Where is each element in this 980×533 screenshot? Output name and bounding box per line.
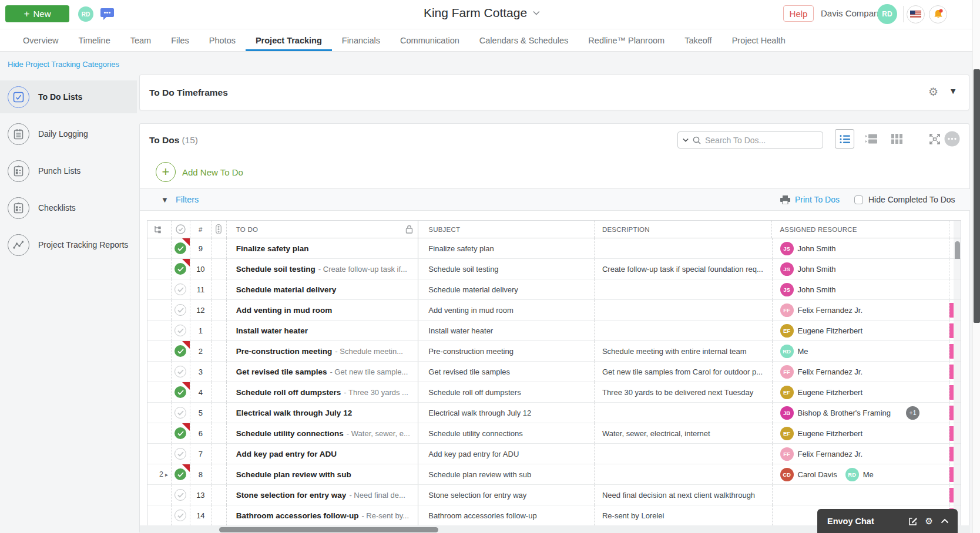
priority-column-header[interactable] <box>212 221 227 238</box>
tab-team[interactable]: Team <box>120 29 161 51</box>
notifications-bell-button[interactable] <box>929 5 947 23</box>
hierarchy-column-header[interactable] <box>147 221 172 238</box>
filters-toggle[interactable]: ▼ Filters <box>161 189 199 210</box>
subtask-expander-cell[interactable]: 2▸ <box>147 464 172 484</box>
table-scrollbar-track[interactable] <box>954 362 961 382</box>
add-new-todo-button[interactable]: + Add New To Do <box>156 162 243 182</box>
table-scrollbar-track[interactable] <box>954 300 961 320</box>
sidebar-item-punch-lists[interactable]: Punch Lists <box>0 154 137 187</box>
incomplete-check-icon[interactable] <box>174 304 186 316</box>
user-avatar[interactable]: RD <box>877 4 897 24</box>
hide-categories-link[interactable]: Hide Project Tracking Categories <box>8 60 119 69</box>
todo-column-header[interactable]: TO DO <box>227 221 419 238</box>
table-scrollbar-track[interactable] <box>954 382 961 402</box>
todo-title-cell[interactable]: Stone selection for entry way- Need fina… <box>227 485 419 505</box>
table-scrollbar-track[interactable] <box>954 423 961 443</box>
assigned-column-header[interactable]: ASSIGNED RESOURCE <box>772 221 949 238</box>
incomplete-check-icon[interactable] <box>174 325 186 336</box>
todo-title-cell[interactable]: Schedule roll off dumpsters- Three 30 ya… <box>227 382 419 402</box>
todo-title-cell[interactable]: Bathroom accessories follow-up- Re-sent … <box>227 505 419 525</box>
incomplete-check-icon[interactable] <box>174 489 186 501</box>
todo-title-cell[interactable]: Finalize safety plan <box>227 238 419 258</box>
assignee[interactable]: EFEugene Fitzherbert <box>780 324 863 338</box>
page-scrollbar[interactable] <box>972 0 980 533</box>
chevron-up-icon[interactable] <box>941 518 949 524</box>
tab-calendars-schedules[interactable]: Calendars & Schedules <box>469 29 579 51</box>
todo-title-cell[interactable]: Schedule plan review with sub <box>227 464 419 484</box>
fullscreen-button[interactable] <box>925 129 944 149</box>
table-scrollbar-track[interactable] <box>954 444 961 464</box>
table-scrollbar-track[interactable] <box>954 279 961 299</box>
incomplete-check-icon[interactable] <box>174 510 186 521</box>
assignee[interactable]: FFFelix Fernandez Jr. <box>780 365 863 379</box>
tab-takeoff[interactable]: Takeoff <box>674 29 722 51</box>
tab-project-health[interactable]: Project Health <box>722 29 796 51</box>
assignee[interactable]: JSJohn Smith <box>780 262 836 276</box>
table-scrollbar-track[interactable] <box>954 238 961 258</box>
assignee[interactable]: RDMe <box>780 345 808 358</box>
horizontal-scrollbar-thumb[interactable] <box>219 527 438 532</box>
language-flag-button[interactable] <box>907 5 925 23</box>
assignee[interactable]: CDCarol Davis <box>780 468 837 481</box>
incomplete-check-icon[interactable] <box>174 448 186 460</box>
todo-title-cell[interactable]: Electrical walk through July 12 <box>227 403 419 423</box>
table-scrollbar-track[interactable] <box>954 485 961 505</box>
todo-title-cell[interactable]: Add venting in mud room <box>227 300 419 320</box>
chat-bubble-icon[interactable] <box>99 6 115 22</box>
todo-title-cell[interactable]: Schedule soil testing- Create follow-up … <box>227 259 419 279</box>
table-scrollbar-track[interactable] <box>954 403 961 423</box>
search-input[interactable] <box>705 136 818 145</box>
sidebar-item-checklists[interactable]: Checklists <box>0 191 137 224</box>
more-options-button[interactable] <box>942 129 962 149</box>
todo-title-cell[interactable]: Schedule material delivery <box>227 279 419 299</box>
assignee[interactable]: FFFelix Fernandez Jr. <box>780 303 863 317</box>
todo-title-cell[interactable]: Pre-construction meeting- Schedule meeti… <box>227 341 419 361</box>
incomplete-check-icon[interactable] <box>174 284 186 295</box>
tab-overview[interactable]: Overview <box>13 29 68 51</box>
more-assignees-badge[interactable]: +1 <box>906 406 919 420</box>
table-scrollbar-track[interactable] <box>954 221 961 238</box>
assignee[interactable]: JBBishop & Brother's Framing <box>780 406 891 420</box>
assignee[interactable]: JSJohn Smith <box>780 242 836 255</box>
description-column-header[interactable]: DESCRIPTION <box>595 221 773 238</box>
assignee[interactable]: JSJohn Smith <box>780 283 836 296</box>
tab-files[interactable]: Files <box>161 29 199 51</box>
list-view-button[interactable] <box>835 129 854 149</box>
project-title-dropdown[interactable]: King Farm Cottage <box>424 6 540 20</box>
number-column-header[interactable]: # <box>190 221 212 238</box>
gear-icon[interactable]: ⚙ <box>925 516 933 527</box>
table-scrollbar-track[interactable] <box>954 259 961 279</box>
subject-column-header[interactable]: SUBJECT <box>418 221 595 238</box>
compose-icon[interactable] <box>908 517 918 526</box>
complete-column-header[interactable] <box>172 221 190 238</box>
page-scrollbar-thumb[interactable] <box>974 69 980 323</box>
tab-financials[interactable]: Financials <box>332 29 390 51</box>
tab-redline-planroom[interactable]: Redline™ Planroom <box>578 29 674 51</box>
envoy-chat-widget[interactable]: Envoy Chat ⚙ <box>817 509 958 533</box>
sidebar-item-to-do-lists[interactable]: To Do Lists <box>0 80 137 113</box>
todo-title-cell[interactable]: Get revised tile samples- Get new tile s… <box>227 362 419 382</box>
sidebar-item-daily-logging[interactable]: Daily Logging <box>0 117 137 150</box>
tab-photos[interactable]: Photos <box>199 29 246 51</box>
help-button[interactable]: Help <box>783 5 814 22</box>
print-todos-button[interactable]: Print To Dos <box>780 189 840 210</box>
assignee[interactable]: EFEugene Fitzherbert <box>780 386 863 399</box>
grid-view-button[interactable] <box>887 129 907 149</box>
assignee[interactable]: RDMe <box>845 468 874 481</box>
table-scrollbar-track[interactable] <box>954 321 961 340</box>
assignee[interactable]: FFFelix Fernandez Jr. <box>780 447 863 461</box>
assignee[interactable]: EFEugene Fitzherbert <box>780 427 863 440</box>
todo-title-cell[interactable]: Add key pad entry for ADU <box>227 444 419 464</box>
tab-timeline[interactable]: Timeline <box>68 29 120 51</box>
table-scrollbar-track[interactable] <box>954 464 961 484</box>
chevron-down-icon[interactable] <box>683 138 689 142</box>
todo-title-cell[interactable]: Install water heater <box>227 321 419 340</box>
incomplete-check-icon[interactable] <box>174 407 186 419</box>
hierarchy-view-button[interactable] <box>861 129 881 149</box>
tab-communication[interactable]: Communication <box>390 29 469 51</box>
collapse-caret-icon[interactable]: ▼ <box>949 86 957 96</box>
todo-title-cell[interactable]: Schedule utility connections- Water, sew… <box>227 423 419 443</box>
gear-icon[interactable]: ⚙ <box>928 85 938 99</box>
avatar[interactable]: RD <box>78 6 93 22</box>
incomplete-check-icon[interactable] <box>174 366 186 377</box>
